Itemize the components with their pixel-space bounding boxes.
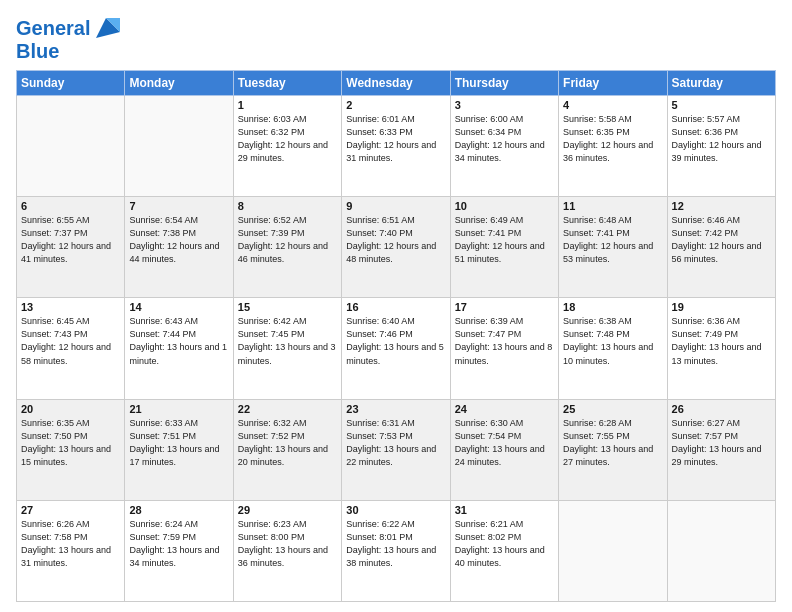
- day-number: 18: [563, 301, 662, 313]
- day-number: 1: [238, 99, 337, 111]
- calendar-cell: 4Sunrise: 5:58 AMSunset: 6:35 PMDaylight…: [559, 96, 667, 197]
- calendar-cell: 26Sunrise: 6:27 AMSunset: 7:57 PMDayligh…: [667, 399, 775, 500]
- day-number: 12: [672, 200, 771, 212]
- calendar-cell: 22Sunrise: 6:32 AMSunset: 7:52 PMDayligh…: [233, 399, 341, 500]
- calendar-cell: [125, 96, 233, 197]
- calendar-cell: 23Sunrise: 6:31 AMSunset: 7:53 PMDayligh…: [342, 399, 450, 500]
- day-info: Sunrise: 6:33 AMSunset: 7:51 PMDaylight:…: [129, 417, 228, 469]
- day-info: Sunrise: 6:03 AMSunset: 6:32 PMDaylight:…: [238, 113, 337, 165]
- calendar-header-row: SundayMondayTuesdayWednesdayThursdayFrid…: [17, 71, 776, 96]
- day-info: Sunrise: 6:22 AMSunset: 8:01 PMDaylight:…: [346, 518, 445, 570]
- day-info: Sunrise: 6:27 AMSunset: 7:57 PMDaylight:…: [672, 417, 771, 469]
- calendar-cell: 17Sunrise: 6:39 AMSunset: 7:47 PMDayligh…: [450, 298, 558, 399]
- logo: General Blue: [16, 14, 120, 62]
- day-info: Sunrise: 6:55 AMSunset: 7:37 PMDaylight:…: [21, 214, 120, 266]
- day-info: Sunrise: 6:21 AMSunset: 8:02 PMDaylight:…: [455, 518, 554, 570]
- day-number: 25: [563, 403, 662, 415]
- day-info: Sunrise: 6:51 AMSunset: 7:40 PMDaylight:…: [346, 214, 445, 266]
- calendar-cell: 2Sunrise: 6:01 AMSunset: 6:33 PMDaylight…: [342, 96, 450, 197]
- day-number: 9: [346, 200, 445, 212]
- calendar-cell: 8Sunrise: 6:52 AMSunset: 7:39 PMDaylight…: [233, 197, 341, 298]
- day-number: 2: [346, 99, 445, 111]
- day-number: 14: [129, 301, 228, 313]
- calendar-cell: 20Sunrise: 6:35 AMSunset: 7:50 PMDayligh…: [17, 399, 125, 500]
- day-number: 16: [346, 301, 445, 313]
- calendar-cell: 24Sunrise: 6:30 AMSunset: 7:54 PMDayligh…: [450, 399, 558, 500]
- calendar-week-1: 1Sunrise: 6:03 AMSunset: 6:32 PMDaylight…: [17, 96, 776, 197]
- day-number: 15: [238, 301, 337, 313]
- day-info: Sunrise: 6:43 AMSunset: 7:44 PMDaylight:…: [129, 315, 228, 367]
- day-number: 20: [21, 403, 120, 415]
- day-info: Sunrise: 6:48 AMSunset: 7:41 PMDaylight:…: [563, 214, 662, 266]
- day-number: 10: [455, 200, 554, 212]
- day-number: 6: [21, 200, 120, 212]
- day-info: Sunrise: 6:39 AMSunset: 7:47 PMDaylight:…: [455, 315, 554, 367]
- day-number: 27: [21, 504, 120, 516]
- day-info: Sunrise: 6:35 AMSunset: 7:50 PMDaylight:…: [21, 417, 120, 469]
- calendar-week-2: 6Sunrise: 6:55 AMSunset: 7:37 PMDaylight…: [17, 197, 776, 298]
- day-number: 30: [346, 504, 445, 516]
- day-number: 17: [455, 301, 554, 313]
- day-header-saturday: Saturday: [667, 71, 775, 96]
- day-info: Sunrise: 6:38 AMSunset: 7:48 PMDaylight:…: [563, 315, 662, 367]
- day-info: Sunrise: 6:23 AMSunset: 8:00 PMDaylight:…: [238, 518, 337, 570]
- day-header-thursday: Thursday: [450, 71, 558, 96]
- calendar-cell: 29Sunrise: 6:23 AMSunset: 8:00 PMDayligh…: [233, 500, 341, 601]
- calendar-cell: 1Sunrise: 6:03 AMSunset: 6:32 PMDaylight…: [233, 96, 341, 197]
- calendar-cell: 10Sunrise: 6:49 AMSunset: 7:41 PMDayligh…: [450, 197, 558, 298]
- day-info: Sunrise: 6:46 AMSunset: 7:42 PMDaylight:…: [672, 214, 771, 266]
- day-header-friday: Friday: [559, 71, 667, 96]
- calendar-cell: 12Sunrise: 6:46 AMSunset: 7:42 PMDayligh…: [667, 197, 775, 298]
- calendar-cell: 18Sunrise: 6:38 AMSunset: 7:48 PMDayligh…: [559, 298, 667, 399]
- day-info: Sunrise: 6:52 AMSunset: 7:39 PMDaylight:…: [238, 214, 337, 266]
- day-info: Sunrise: 6:01 AMSunset: 6:33 PMDaylight:…: [346, 113, 445, 165]
- calendar-cell: [667, 500, 775, 601]
- calendar: SundayMondayTuesdayWednesdayThursdayFrid…: [16, 70, 776, 602]
- day-info: Sunrise: 6:32 AMSunset: 7:52 PMDaylight:…: [238, 417, 337, 469]
- calendar-cell: 13Sunrise: 6:45 AMSunset: 7:43 PMDayligh…: [17, 298, 125, 399]
- calendar-cell: 25Sunrise: 6:28 AMSunset: 7:55 PMDayligh…: [559, 399, 667, 500]
- day-info: Sunrise: 6:30 AMSunset: 7:54 PMDaylight:…: [455, 417, 554, 469]
- day-number: 28: [129, 504, 228, 516]
- calendar-week-4: 20Sunrise: 6:35 AMSunset: 7:50 PMDayligh…: [17, 399, 776, 500]
- day-number: 7: [129, 200, 228, 212]
- logo-text: General: [16, 17, 90, 39]
- day-number: 13: [21, 301, 120, 313]
- calendar-cell: 30Sunrise: 6:22 AMSunset: 8:01 PMDayligh…: [342, 500, 450, 601]
- day-header-wednesday: Wednesday: [342, 71, 450, 96]
- logo-general: General: [16, 17, 90, 39]
- day-info: Sunrise: 6:45 AMSunset: 7:43 PMDaylight:…: [21, 315, 120, 367]
- calendar-cell: 31Sunrise: 6:21 AMSunset: 8:02 PMDayligh…: [450, 500, 558, 601]
- header: General Blue: [16, 10, 776, 62]
- day-info: Sunrise: 6:28 AMSunset: 7:55 PMDaylight:…: [563, 417, 662, 469]
- day-number: 3: [455, 99, 554, 111]
- day-number: 4: [563, 99, 662, 111]
- day-number: 5: [672, 99, 771, 111]
- calendar-cell: 14Sunrise: 6:43 AMSunset: 7:44 PMDayligh…: [125, 298, 233, 399]
- day-header-tuesday: Tuesday: [233, 71, 341, 96]
- calendar-cell: [17, 96, 125, 197]
- calendar-cell: 28Sunrise: 6:24 AMSunset: 7:59 PMDayligh…: [125, 500, 233, 601]
- day-number: 31: [455, 504, 554, 516]
- page: General Blue SundayMondayTuesdayWednesda…: [0, 0, 792, 612]
- day-info: Sunrise: 6:36 AMSunset: 7:49 PMDaylight:…: [672, 315, 771, 367]
- day-header-monday: Monday: [125, 71, 233, 96]
- day-header-sunday: Sunday: [17, 71, 125, 96]
- day-number: 11: [563, 200, 662, 212]
- day-info: Sunrise: 5:57 AMSunset: 6:36 PMDaylight:…: [672, 113, 771, 165]
- day-number: 24: [455, 403, 554, 415]
- day-number: 26: [672, 403, 771, 415]
- day-number: 8: [238, 200, 337, 212]
- calendar-cell: 5Sunrise: 5:57 AMSunset: 6:36 PMDaylight…: [667, 96, 775, 197]
- day-info: Sunrise: 6:26 AMSunset: 7:58 PMDaylight:…: [21, 518, 120, 570]
- calendar-cell: 19Sunrise: 6:36 AMSunset: 7:49 PMDayligh…: [667, 298, 775, 399]
- day-number: 23: [346, 403, 445, 415]
- calendar-cell: 9Sunrise: 6:51 AMSunset: 7:40 PMDaylight…: [342, 197, 450, 298]
- calendar-cell: 11Sunrise: 6:48 AMSunset: 7:41 PMDayligh…: [559, 197, 667, 298]
- day-number: 21: [129, 403, 228, 415]
- day-info: Sunrise: 6:49 AMSunset: 7:41 PMDaylight:…: [455, 214, 554, 266]
- calendar-cell: [559, 500, 667, 601]
- calendar-cell: 21Sunrise: 6:33 AMSunset: 7:51 PMDayligh…: [125, 399, 233, 500]
- calendar-cell: 7Sunrise: 6:54 AMSunset: 7:38 PMDaylight…: [125, 197, 233, 298]
- day-info: Sunrise: 6:31 AMSunset: 7:53 PMDaylight:…: [346, 417, 445, 469]
